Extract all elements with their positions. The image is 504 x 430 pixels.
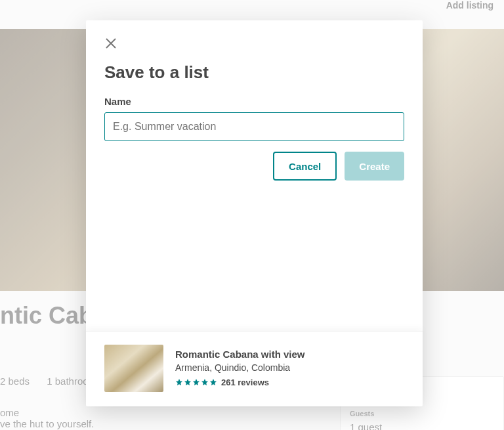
rating-row: 261 reviews (175, 377, 305, 389)
name-label: Name (104, 96, 404, 107)
star-rating (175, 377, 217, 389)
listing-location: Armenia, Quindio, Colombia (175, 362, 305, 373)
close-button[interactable] (104, 37, 117, 51)
close-icon (106, 38, 116, 51)
modal-footer: Romantic Cabana with view Armenia, Quind… (86, 331, 423, 406)
star-icon (201, 377, 209, 389)
create-button[interactable]: Create (345, 152, 404, 181)
list-name-input[interactable] (104, 112, 404, 141)
button-row: Cancel Create (104, 152, 404, 181)
modal-title: Save to a list (104, 62, 404, 83)
listing-title: Romantic Cabana with view (175, 349, 305, 360)
save-to-list-modal: Save to a list Name Cancel Create Romant… (86, 20, 423, 406)
listing-thumbnail (104, 345, 163, 392)
star-icon (192, 377, 200, 389)
star-icon (175, 377, 183, 389)
modal-body: Save to a list Name Cancel Create (86, 20, 423, 181)
listing-info: Romantic Cabana with view Armenia, Quind… (175, 349, 305, 389)
star-icon (184, 377, 192, 389)
reviews-count: 261 reviews (221, 377, 269, 387)
cancel-button[interactable]: Cancel (273, 152, 337, 181)
star-icon (209, 377, 217, 389)
